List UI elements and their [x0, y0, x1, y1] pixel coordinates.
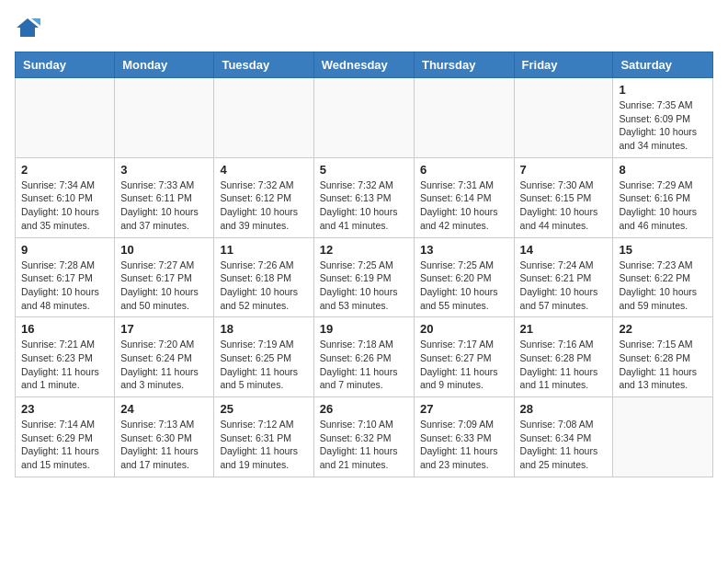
day-info: Sunrise: 7:20 AM Sunset: 6:24 PM Dayligh…: [120, 338, 208, 392]
calendar-cell: 10Sunrise: 7:27 AM Sunset: 6:17 PM Dayli…: [115, 237, 214, 317]
day-info: Sunrise: 7:34 AM Sunset: 6:10 PM Dayligh…: [21, 178, 108, 233]
day-number: 24: [120, 402, 208, 416]
calendar-header-saturday: Saturday: [613, 52, 713, 78]
day-info: Sunrise: 7:35 AM Sunset: 6:09 PM Dayligh…: [619, 98, 707, 153]
day-info: Sunrise: 7:32 AM Sunset: 6:13 PM Dayligh…: [320, 178, 408, 233]
calendar-header-friday: Friday: [514, 52, 613, 78]
day-info: Sunrise: 7:17 AM Sunset: 6:27 PM Dayligh…: [420, 338, 508, 392]
calendar-cell: 24Sunrise: 7:13 AM Sunset: 6:30 PM Dayli…: [115, 397, 214, 477]
day-info: Sunrise: 7:25 AM Sunset: 6:19 PM Dayligh…: [320, 259, 408, 313]
day-number: 4: [220, 163, 307, 177]
day-number: 16: [21, 322, 108, 336]
calendar-cell: 14Sunrise: 7:24 AM Sunset: 6:21 PM Dayli…: [514, 237, 613, 317]
day-info: Sunrise: 7:25 AM Sunset: 6:20 PM Dayligh…: [420, 259, 508, 313]
calendar-week-row: 2Sunrise: 7:34 AM Sunset: 6:10 PM Daylig…: [16, 157, 713, 237]
calendar-cell: 13Sunrise: 7:25 AM Sunset: 6:20 PM Dayli…: [414, 237, 514, 317]
day-number: 11: [220, 243, 307, 257]
calendar-header-monday: Monday: [115, 52, 214, 78]
calendar-cell: 8Sunrise: 7:29 AM Sunset: 6:16 PM Daylig…: [613, 157, 713, 237]
calendar-cell: 23Sunrise: 7:14 AM Sunset: 6:29 PM Dayli…: [16, 397, 115, 477]
calendar-cell: 6Sunrise: 7:31 AM Sunset: 6:14 PM Daylig…: [414, 157, 514, 237]
calendar-cell: 21Sunrise: 7:16 AM Sunset: 6:28 PM Dayli…: [514, 317, 613, 397]
day-number: 23: [21, 402, 108, 416]
page-header: [15, 15, 713, 40]
day-info: Sunrise: 7:09 AM Sunset: 6:33 PM Dayligh…: [420, 418, 508, 472]
calendar-cell: [313, 78, 414, 158]
calendar-cell: [214, 78, 313, 158]
day-info: Sunrise: 7:19 AM Sunset: 6:25 PM Dayligh…: [220, 338, 307, 392]
day-number: 18: [220, 322, 307, 336]
logo-icon: [15, 15, 40, 40]
day-number: 5: [320, 163, 408, 177]
day-number: 9: [21, 243, 108, 257]
calendar-cell: 3Sunrise: 7:33 AM Sunset: 6:11 PM Daylig…: [115, 157, 214, 237]
day-info: Sunrise: 7:26 AM Sunset: 6:18 PM Dayligh…: [220, 259, 307, 313]
calendar-cell: 5Sunrise: 7:32 AM Sunset: 6:13 PM Daylig…: [313, 157, 414, 237]
day-info: Sunrise: 7:33 AM Sunset: 6:11 PM Dayligh…: [120, 178, 208, 233]
day-info: Sunrise: 7:27 AM Sunset: 6:17 PM Dayligh…: [120, 259, 208, 313]
day-number: 8: [619, 163, 707, 177]
day-info: Sunrise: 7:08 AM Sunset: 6:34 PM Dayligh…: [520, 418, 608, 472]
calendar-cell: [613, 397, 713, 477]
day-number: 19: [320, 322, 408, 336]
day-number: 28: [520, 402, 608, 416]
calendar-week-row: 9Sunrise: 7:28 AM Sunset: 6:17 PM Daylig…: [16, 237, 713, 317]
day-info: Sunrise: 7:12 AM Sunset: 6:31 PM Dayligh…: [220, 418, 307, 472]
calendar-cell: 18Sunrise: 7:19 AM Sunset: 6:25 PM Dayli…: [214, 317, 313, 397]
calendar-cell: [16, 78, 115, 158]
day-number: 7: [520, 163, 608, 177]
calendar-cell: 26Sunrise: 7:10 AM Sunset: 6:32 PM Dayli…: [313, 397, 414, 477]
calendar-header-sunday: Sunday: [16, 52, 115, 78]
calendar-header-wednesday: Wednesday: [313, 52, 414, 78]
day-number: 20: [420, 322, 508, 336]
day-number: 15: [619, 243, 707, 257]
day-info: Sunrise: 7:21 AM Sunset: 6:23 PM Dayligh…: [21, 338, 108, 392]
day-info: Sunrise: 7:23 AM Sunset: 6:22 PM Dayligh…: [619, 259, 707, 313]
calendar-week-row: 16Sunrise: 7:21 AM Sunset: 6:23 PM Dayli…: [16, 317, 713, 397]
calendar-cell: 9Sunrise: 7:28 AM Sunset: 6:17 PM Daylig…: [16, 237, 115, 317]
logo: [15, 15, 44, 40]
day-number: 26: [320, 402, 408, 416]
day-info: Sunrise: 7:28 AM Sunset: 6:17 PM Dayligh…: [21, 259, 108, 313]
calendar-cell: 17Sunrise: 7:20 AM Sunset: 6:24 PM Dayli…: [115, 317, 214, 397]
calendar-cell: [414, 78, 514, 158]
calendar-cell: 19Sunrise: 7:18 AM Sunset: 6:26 PM Dayli…: [313, 317, 414, 397]
day-number: 21: [520, 322, 608, 336]
day-info: Sunrise: 7:32 AM Sunset: 6:12 PM Dayligh…: [220, 178, 307, 233]
calendar-cell: 2Sunrise: 7:34 AM Sunset: 6:10 PM Daylig…: [16, 157, 115, 237]
calendar-cell: 12Sunrise: 7:25 AM Sunset: 6:19 PM Dayli…: [313, 237, 414, 317]
day-number: 2: [21, 163, 108, 177]
day-info: Sunrise: 7:10 AM Sunset: 6:32 PM Dayligh…: [320, 418, 408, 472]
calendar-cell: 7Sunrise: 7:30 AM Sunset: 6:15 PM Daylig…: [514, 157, 613, 237]
calendar-cell: 4Sunrise: 7:32 AM Sunset: 6:12 PM Daylig…: [214, 157, 313, 237]
day-info: Sunrise: 7:16 AM Sunset: 6:28 PM Dayligh…: [520, 338, 608, 392]
calendar-cell: 15Sunrise: 7:23 AM Sunset: 6:22 PM Dayli…: [613, 237, 713, 317]
calendar-cell: [514, 78, 613, 158]
day-info: Sunrise: 7:29 AM Sunset: 6:16 PM Dayligh…: [619, 178, 707, 233]
day-number: 6: [420, 163, 508, 177]
day-number: 17: [120, 322, 208, 336]
day-number: 22: [619, 322, 707, 336]
day-info: Sunrise: 7:15 AM Sunset: 6:28 PM Dayligh…: [619, 338, 707, 392]
calendar-cell: 28Sunrise: 7:08 AM Sunset: 6:34 PM Dayli…: [514, 397, 613, 477]
day-info: Sunrise: 7:18 AM Sunset: 6:26 PM Dayligh…: [320, 338, 408, 392]
day-number: 25: [220, 402, 307, 416]
day-number: 12: [320, 243, 408, 257]
calendar-cell: 22Sunrise: 7:15 AM Sunset: 6:28 PM Dayli…: [613, 317, 713, 397]
calendar-week-row: 1Sunrise: 7:35 AM Sunset: 6:09 PM Daylig…: [16, 78, 713, 158]
calendar-cell: 16Sunrise: 7:21 AM Sunset: 6:23 PM Dayli…: [16, 317, 115, 397]
day-info: Sunrise: 7:14 AM Sunset: 6:29 PM Dayligh…: [21, 418, 108, 472]
calendar-cell: 25Sunrise: 7:12 AM Sunset: 6:31 PM Dayli…: [214, 397, 313, 477]
calendar-header-tuesday: Tuesday: [214, 52, 313, 78]
day-info: Sunrise: 7:31 AM Sunset: 6:14 PM Dayligh…: [420, 178, 508, 233]
day-number: 10: [120, 243, 208, 257]
day-info: Sunrise: 7:24 AM Sunset: 6:21 PM Dayligh…: [520, 259, 608, 313]
day-info: Sunrise: 7:30 AM Sunset: 6:15 PM Dayligh…: [520, 178, 608, 233]
calendar-week-row: 23Sunrise: 7:14 AM Sunset: 6:29 PM Dayli…: [16, 397, 713, 477]
calendar-cell: 11Sunrise: 7:26 AM Sunset: 6:18 PM Dayli…: [214, 237, 313, 317]
calendar-table: SundayMondayTuesdayWednesdayThursdayFrid…: [15, 52, 713, 477]
day-number: 1: [619, 83, 707, 97]
day-number: 27: [420, 402, 508, 416]
calendar-cell: 20Sunrise: 7:17 AM Sunset: 6:27 PM Dayli…: [414, 317, 514, 397]
day-number: 3: [120, 163, 208, 177]
